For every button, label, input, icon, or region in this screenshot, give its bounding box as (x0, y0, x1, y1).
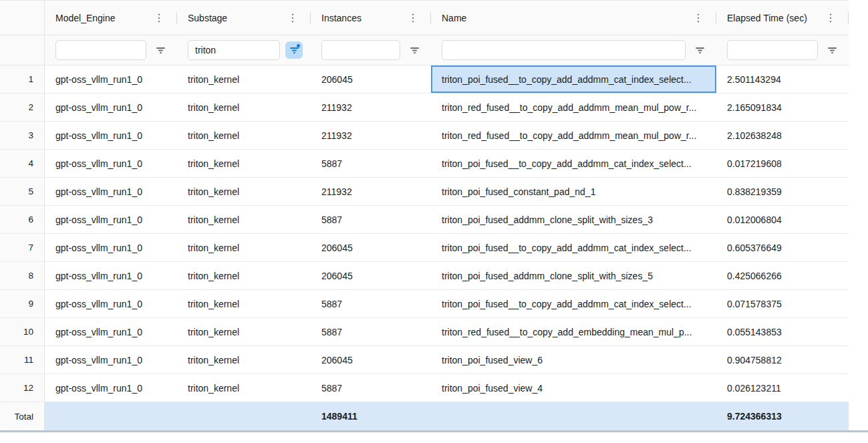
grid-bottom-scrollbar[interactable] (0, 430, 868, 432)
cell-elapsed-time[interactable]: 0.904758812 (716, 346, 849, 374)
cell-substage[interactable]: triton_kernel (177, 122, 311, 149)
row-number: 9 (0, 290, 45, 317)
cell-name[interactable]: triton_poi_fused_addmm_clone_split_with_… (431, 206, 716, 233)
cell-instances[interactable]: 206045 (311, 346, 431, 374)
table-row: 8 gpt-oss_vllm_run1_0 triton_kernel 2060… (0, 262, 849, 290)
cell-instances[interactable]: 206045 (311, 262, 431, 289)
cell-instances[interactable]: 5887 (311, 290, 431, 317)
cell-instances[interactable]: 5887 (311, 206, 431, 233)
cell-elapsed-time[interactable]: 2.165091834 (716, 94, 849, 121)
cell-substage[interactable]: triton_kernel (177, 94, 311, 121)
column-header-instances[interactable]: Instances ⋮ (311, 1, 431, 35)
column-label: Substage (188, 13, 287, 23)
filter-cell-substage (177, 35, 311, 65)
cell-elapsed-time[interactable]: 0.838219359 (716, 178, 849, 205)
cell-model-engine[interactable]: gpt-oss_vllm_run1_0 (45, 234, 177, 261)
filter-icon-active[interactable] (285, 41, 303, 59)
filter-input-name[interactable] (442, 40, 686, 60)
cell-substage[interactable]: triton_kernel (177, 178, 311, 205)
cell-model-engine[interactable]: gpt-oss_vllm_run1_0 (45, 318, 177, 345)
total-cell-substage (177, 402, 311, 430)
cell-model-engine[interactable]: gpt-oss_vllm_run1_0 (45, 374, 177, 402)
filter-icon[interactable] (406, 41, 423, 59)
column-menu-icon[interactable]: ⋮ (825, 13, 836, 23)
filter-icon[interactable] (152, 41, 169, 59)
cell-instances[interactable]: 211932 (311, 178, 431, 205)
cell-elapsed-time[interactable]: 0.026123211 (716, 374, 849, 402)
column-header-substage[interactable]: Substage ⋮ (177, 1, 311, 35)
cell-substage[interactable]: triton_kernel (177, 318, 311, 345)
row-number: 5 (0, 178, 45, 205)
cell-elapsed-time[interactable]: 0.605376649 (716, 234, 849, 261)
column-header-model-engine[interactable]: Model_Engine ⋮ (45, 1, 177, 35)
cell-elapsed-time[interactable]: 0.055143853 (716, 318, 849, 345)
filter-icon[interactable] (691, 41, 708, 59)
filter-input-elapsed-time[interactable] (727, 40, 818, 60)
cell-name[interactable]: triton_red_fused__to_copy_add_addmm_mean… (431, 122, 716, 149)
cell-substage[interactable]: triton_kernel (177, 346, 311, 374)
total-row: Total 1489411 9.724366313 (0, 402, 849, 430)
cell-name[interactable]: triton_red_fused__to_copy_add_embedding_… (431, 318, 716, 345)
cell-elapsed-time[interactable]: 0.425066266 (716, 262, 849, 289)
cell-model-engine[interactable]: gpt-oss_vllm_run1_0 (45, 206, 177, 233)
cell-substage[interactable]: triton_kernel (177, 374, 311, 402)
cell-name[interactable]: triton_poi_fused_view_4 (431, 374, 716, 402)
cell-name[interactable]: triton_poi_fused__to_copy_add_addmm_cat_… (431, 234, 716, 261)
column-menu-icon[interactable]: ⋮ (154, 13, 164, 23)
column-header-elapsed-time[interactable]: Elapsed Time (sec) ⋮ (716, 1, 849, 35)
cell-elapsed-time[interactable]: 2.501143294 (716, 65, 849, 93)
table-row: 2 gpt-oss_vllm_run1_0 triton_kernel 2119… (0, 94, 849, 122)
cell-instances[interactable]: 211932 (311, 94, 431, 121)
cell-name[interactable]: triton_poi_fused__to_copy_add_addmm_cat_… (431, 150, 716, 177)
cell-name[interactable]: triton_red_fused__to_copy_add_addmm_mean… (431, 94, 716, 121)
cell-model-engine[interactable]: gpt-oss_vllm_run1_0 (45, 346, 177, 374)
filter-icon[interactable] (823, 41, 841, 59)
cell-substage[interactable]: triton_kernel (177, 65, 311, 93)
cell-instances[interactable]: 5887 (311, 150, 431, 177)
cell-elapsed-time[interactable]: 0.012006804 (716, 206, 849, 233)
cell-substage[interactable]: triton_kernel (177, 262, 311, 289)
row-number: 2 (0, 94, 45, 121)
table-row: 1 gpt-oss_vllm_run1_0 triton_kernel 2060… (0, 65, 849, 94)
row-number: 1 (0, 65, 45, 93)
filter-input-model-engine[interactable] (55, 40, 146, 60)
column-header-name[interactable]: Name ⋮ (431, 1, 716, 35)
cell-model-engine[interactable]: gpt-oss_vllm_run1_0 (45, 178, 177, 205)
cell-instances[interactable]: 206045 (311, 65, 431, 93)
filter-input-substage[interactable] (188, 40, 280, 60)
filter-row (0, 35, 849, 65)
table-body: 1 gpt-oss_vllm_run1_0 triton_kernel 2060… (0, 65, 849, 402)
filter-input-instances[interactable] (321, 40, 400, 60)
cell-substage[interactable]: triton_kernel (177, 150, 311, 177)
column-menu-icon[interactable]: ⋮ (408, 13, 418, 23)
column-menu-icon[interactable]: ⋮ (287, 13, 298, 23)
cell-elapsed-time[interactable]: 2.102638248 (716, 122, 849, 149)
cell-model-engine[interactable]: gpt-oss_vllm_run1_0 (45, 262, 177, 289)
cell-instances[interactable]: 206045 (311, 234, 431, 261)
cell-model-engine[interactable]: gpt-oss_vllm_run1_0 (45, 65, 177, 93)
cell-instances[interactable]: 211932 (311, 122, 431, 149)
cell-substage[interactable]: triton_kernel (177, 290, 311, 317)
cell-name[interactable]: triton_poi_fused__to_copy_add_addmm_cat_… (431, 65, 716, 93)
cell-model-engine[interactable]: gpt-oss_vllm_run1_0 (45, 94, 177, 121)
data-grid: Model_Engine ⋮ Substage ⋮ Instances ⋮ Na… (0, 0, 849, 430)
total-cell-name (431, 402, 716, 430)
cell-model-engine[interactable]: gpt-oss_vllm_run1_0 (45, 290, 177, 317)
cell-name[interactable]: triton_poi_fused_constant_pad_nd_1 (431, 178, 716, 205)
filter-cell-name (431, 35, 716, 65)
cell-instances[interactable]: 5887 (311, 318, 431, 345)
table-row: 6 gpt-oss_vllm_run1_0 triton_kernel 5887… (0, 206, 849, 234)
cell-instances[interactable]: 5887 (311, 374, 431, 402)
header-row: Model_Engine ⋮ Substage ⋮ Instances ⋮ Na… (0, 1, 849, 35)
cell-name[interactable]: triton_poi_fused_addmm_clone_split_with_… (431, 262, 716, 289)
cell-elapsed-time[interactable]: 0.071578375 (716, 290, 849, 317)
cell-name[interactable]: triton_poi_fused__to_copy_add_addmm_cat_… (431, 290, 716, 317)
cell-model-engine[interactable]: gpt-oss_vllm_run1_0 (45, 122, 177, 149)
cell-substage[interactable]: triton_kernel (177, 234, 311, 261)
cell-substage[interactable]: triton_kernel (177, 206, 311, 233)
cell-name[interactable]: triton_poi_fused_view_6 (431, 346, 716, 374)
cell-elapsed-time[interactable]: 0.017219608 (716, 150, 849, 177)
column-resize-handle[interactable] (848, 12, 849, 23)
cell-model-engine[interactable]: gpt-oss_vllm_run1_0 (45, 150, 177, 177)
column-menu-icon[interactable]: ⋮ (693, 13, 704, 23)
